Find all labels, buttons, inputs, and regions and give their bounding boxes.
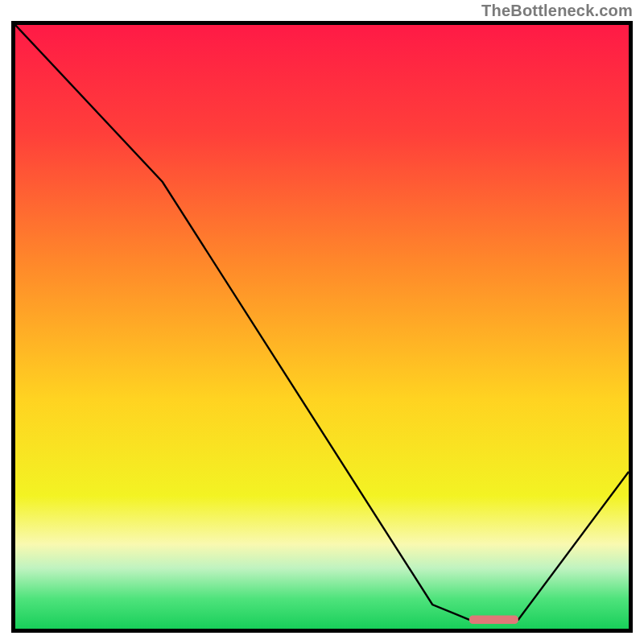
optimal-range-marker: [469, 616, 518, 625]
plot-canvas: [15, 25, 629, 629]
attribution-text: TheBottleneck.com: [481, 2, 633, 20]
chart-root: { "attribution": "TheBottleneck.com", "c…: [0, 0, 644, 644]
gradient-area: [15, 25, 629, 629]
